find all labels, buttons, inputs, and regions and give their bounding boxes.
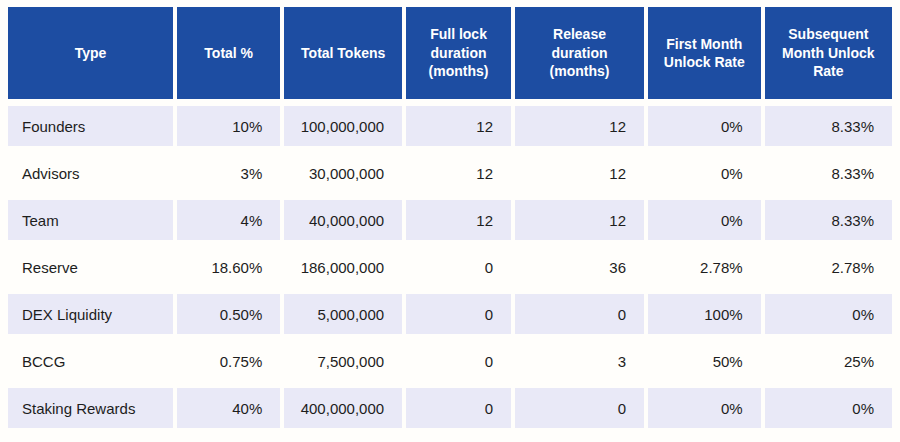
cell-type: Reserve <box>8 247 173 287</box>
cell-full-lock-duration: 12 <box>406 153 511 193</box>
cell-release-duration: 0 <box>515 294 644 334</box>
cell-first-month-unlock-rate: 0% <box>648 388 761 428</box>
col-header-total-tokens: Total Tokens <box>284 7 402 99</box>
cell-total-tokens: 5,000,000 <box>284 294 402 334</box>
table-row-founders: Founders 10% 100,000,000 12 12 0% 8.33% <box>8 106 892 146</box>
col-header-first-month-unlock-rate: First Month Unlock Rate <box>648 7 761 99</box>
cell-release-duration: 36 <box>515 247 644 287</box>
cell-type: Staking Rewards <box>8 388 173 428</box>
token-vesting-table: Type Total % Total Tokens Full lock dura… <box>4 0 896 435</box>
col-header-total-percent: Total % <box>177 7 280 99</box>
cell-first-month-unlock-rate: 0% <box>648 106 761 146</box>
col-header-subsequent-month-unlock-rate: Subsequent Month Unlock Rate <box>765 7 892 99</box>
cell-type: Team <box>8 200 173 240</box>
cell-release-duration: 3 <box>515 341 644 381</box>
cell-total-percent: 0.50% <box>177 294 280 334</box>
cell-subsequent-month-unlock-rate: 0% <box>765 388 892 428</box>
cell-total-percent: 4% <box>177 200 280 240</box>
cell-full-lock-duration: 0 <box>406 341 511 381</box>
cell-release-duration: 12 <box>515 153 644 193</box>
table-row-reserve: Reserve 18.60% 186,000,000 0 36 2.78% 2.… <box>8 247 892 287</box>
cell-first-month-unlock-rate: 0% <box>648 200 761 240</box>
cell-first-month-unlock-rate: 2.78% <box>648 247 761 287</box>
cell-release-duration: 12 <box>515 106 644 146</box>
cell-release-duration: 12 <box>515 200 644 240</box>
cell-first-month-unlock-rate: 100% <box>648 294 761 334</box>
cell-total-tokens: 186,000,000 <box>284 247 402 287</box>
cell-full-lock-duration: 0 <box>406 388 511 428</box>
cell-release-duration: 0 <box>515 388 644 428</box>
cell-total-percent: 18.60% <box>177 247 280 287</box>
table-row-staking-rewards: Staking Rewards 40% 400,000,000 0 0 0% 0… <box>8 388 892 428</box>
cell-total-tokens: 40,000,000 <box>284 200 402 240</box>
col-header-type: Type <box>8 7 173 99</box>
cell-total-percent: 40% <box>177 388 280 428</box>
cell-total-tokens: 400,000,000 <box>284 388 402 428</box>
col-header-release-duration: Release duration (months) <box>515 7 644 99</box>
header-row: Type Total % Total Tokens Full lock dura… <box>8 7 892 99</box>
col-header-full-lock-duration: Full lock duration (months) <box>406 7 511 99</box>
table-row-team: Team 4% 40,000,000 12 12 0% 8.33% <box>8 200 892 240</box>
table-body: Founders 10% 100,000,000 12 12 0% 8.33% … <box>8 106 892 428</box>
cell-total-tokens: 100,000,000 <box>284 106 402 146</box>
cell-type: DEX Liquidity <box>8 294 173 334</box>
cell-type: BCCG <box>8 341 173 381</box>
cell-first-month-unlock-rate: 0% <box>648 153 761 193</box>
cell-subsequent-month-unlock-rate: 25% <box>765 341 892 381</box>
cell-subsequent-month-unlock-rate: 8.33% <box>765 106 892 146</box>
table-header: Type Total % Total Tokens Full lock dura… <box>8 7 892 99</box>
tokenomics-page: Type Total % Total Tokens Full lock dura… <box>0 0 900 442</box>
cell-first-month-unlock-rate: 50% <box>648 341 761 381</box>
table-row-advisors: Advisors 3% 30,000,000 12 12 0% 8.33% <box>8 153 892 193</box>
cell-subsequent-month-unlock-rate: 8.33% <box>765 153 892 193</box>
cell-total-percent: 0.75% <box>177 341 280 381</box>
cell-subsequent-month-unlock-rate: 8.33% <box>765 200 892 240</box>
cell-full-lock-duration: 12 <box>406 106 511 146</box>
cell-subsequent-month-unlock-rate: 0% <box>765 294 892 334</box>
table-row-bccg: BCCG 0.75% 7,500,000 0 3 50% 25% <box>8 341 892 381</box>
table-row-dex-liquidity: DEX Liquidity 0.50% 5,000,000 0 0 100% 0… <box>8 294 892 334</box>
cell-total-percent: 10% <box>177 106 280 146</box>
cell-full-lock-duration: 0 <box>406 247 511 287</box>
cell-type: Founders <box>8 106 173 146</box>
cell-full-lock-duration: 0 <box>406 294 511 334</box>
cell-total-tokens: 30,000,000 <box>284 153 402 193</box>
cell-total-tokens: 7,500,000 <box>284 341 402 381</box>
cell-total-percent: 3% <box>177 153 280 193</box>
cell-full-lock-duration: 12 <box>406 200 511 240</box>
cell-type: Advisors <box>8 153 173 193</box>
cell-subsequent-month-unlock-rate: 2.78% <box>765 247 892 287</box>
